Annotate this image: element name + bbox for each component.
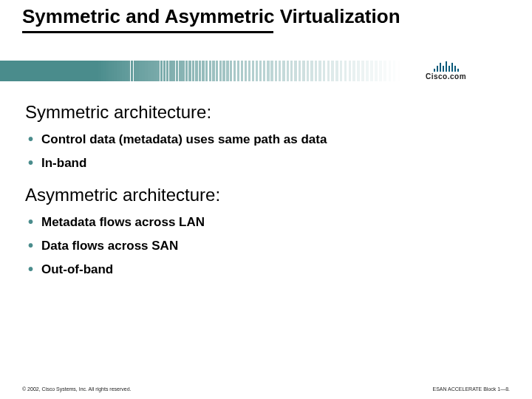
brand-bar: Cisco.com xyxy=(0,61,532,81)
content-area: Symmetric architecture: Control data (me… xyxy=(25,96,510,285)
bar-ticks xyxy=(96,61,421,81)
copyright-text: © 2002, Cisco Systems, Inc. All rights r… xyxy=(22,386,132,392)
section2-heading: Asymmetric architecture: xyxy=(25,185,510,205)
slide-title: Symmetric and Asymmetric Virtualization xyxy=(22,6,510,28)
section1-bullets: Control data (metadata) uses same path a… xyxy=(25,132,510,171)
footer: © 2002, Cisco Systems, Inc. All rights r… xyxy=(22,386,510,392)
cisco-logo: Cisco.com xyxy=(426,61,466,81)
list-item: Control data (metadata) uses same path a… xyxy=(41,132,510,148)
slide-ref-text: ESAN ACCELERATE Block 1—8. xyxy=(432,386,510,392)
title-area: Symmetric and Asymmetric Virtualization xyxy=(0,0,532,33)
list-item: Out-of-band xyxy=(41,262,510,278)
title-underline xyxy=(22,31,273,33)
cisco-bars-icon xyxy=(434,61,459,72)
list-item: In-band xyxy=(41,155,510,171)
logo-text: Cisco.com xyxy=(426,72,466,81)
bar-solid xyxy=(0,61,96,81)
list-item: Data flows across SAN xyxy=(41,238,510,254)
section1-heading: Symmetric architecture: xyxy=(25,102,510,123)
section2-bullets: Metadata flows across LAN Data flows acr… xyxy=(25,214,510,278)
logo-area: Cisco.com xyxy=(421,61,532,81)
list-item: Metadata flows across LAN xyxy=(41,214,510,231)
